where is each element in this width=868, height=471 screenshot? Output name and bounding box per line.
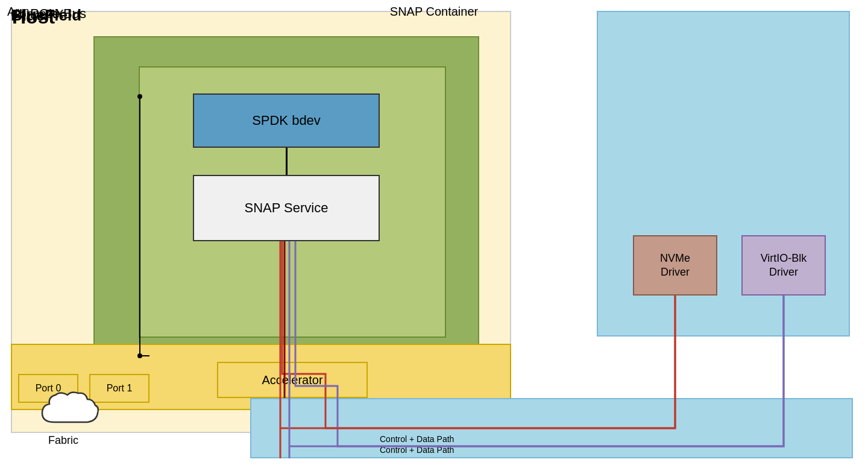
port1-label: Port 1	[107, 383, 133, 394]
nvme-driver-label: NVMe Driver	[660, 251, 690, 280]
virtio-driver-label: VirtIO-Blk Driver	[761, 251, 807, 280]
accelerator-label: Accelerator	[262, 373, 322, 387]
ctrl-data-path-label-1: Control + Data Path	[380, 434, 454, 444]
spdk-bdev-box: SPDK bdev	[193, 93, 380, 148]
snap-container-label: SNAP Container	[390, 5, 478, 19]
virtio-line1: VirtIO-Blk	[761, 252, 807, 264]
fabric-cloud-icon	[36, 386, 108, 434]
pcie-bus-box	[250, 398, 853, 458]
pcie-bus-label: PCIe Bus	[30, 6, 86, 22]
nvme-driver-box: NVMe Driver	[633, 235, 717, 296]
accelerator-box: Accelerator	[217, 362, 368, 398]
snap-service-box: SNAP Service	[193, 175, 380, 241]
fabric-label: Fabric	[48, 434, 78, 447]
nvme-line2: Driver	[661, 266, 690, 278]
diagram-container: BlueField Arm SNAP Container SPDK bdev S…	[0, 0, 868, 471]
spdk-bdev-label: SPDK bdev	[252, 113, 321, 128]
virtio-driver-box: VirtIO-Blk Driver	[741, 235, 826, 296]
ctrl-data-path-label-2: Control + Data Path	[380, 445, 454, 455]
nvme-line1: NVMe	[660, 252, 690, 264]
virtio-line2: Driver	[769, 266, 798, 278]
snap-service-label: SNAP Service	[245, 200, 329, 216]
spdk-snap-connector	[286, 148, 288, 175]
